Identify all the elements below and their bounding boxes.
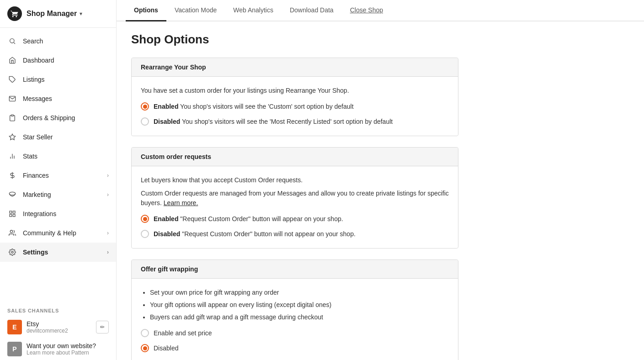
- svg-point-13: [10, 230, 12, 233]
- custom-disabled-option[interactable]: Disabled "Request Custom Order" button w…: [141, 229, 449, 239]
- bullet-2: Your gift options will appear on every l…: [150, 300, 449, 310]
- shop-manager-title: Shop Manager: [27, 10, 77, 18]
- gift-wrapping-header: Offer gift wrapping: [132, 260, 458, 279]
- star-icon: [7, 132, 17, 142]
- sidebar-item-star-seller-label: Star Seller: [23, 133, 109, 141]
- community-chevron-icon: ›: [107, 230, 109, 236]
- search-icon: [7, 36, 17, 46]
- svg-line-1: [14, 42, 15, 44]
- sidebar-item-star-seller[interactable]: Star Seller: [0, 127, 116, 147]
- shop-manager-header[interactable]: Shop Manager ▾: [0, 0, 116, 28]
- rearrange-enabled-option[interactable]: Enabled You shop's visitors will see the…: [141, 102, 449, 111]
- svg-rect-11: [13, 214, 15, 217]
- sidebar-item-settings-label: Settings: [23, 249, 107, 256]
- rearrange-enabled-label: Enabled You shop's visitors will see the…: [154, 102, 354, 111]
- gift-disabled-label: Disabled: [154, 344, 178, 353]
- custom-orders-body: Let buyers know that you accept Custom O…: [132, 166, 458, 248]
- sidebar-item-messages-label: Messages: [23, 95, 109, 102]
- custom-enabled-option[interactable]: Enabled "Request Custom Order" button wi…: [141, 214, 449, 224]
- sales-channels-title: SALES CHANNELS: [0, 302, 116, 316]
- grid-icon: [7, 209, 17, 219]
- tab-download-data[interactable]: Download Data: [282, 0, 342, 21]
- building-icon: [7, 170, 17, 180]
- custom-orders-desc2: Custom Order requests are managed from y…: [141, 189, 449, 208]
- sidebar-item-stats[interactable]: Stats: [0, 147, 116, 166]
- envelope-icon: [7, 94, 17, 104]
- tab-vacation-mode[interactable]: Vacation Mode: [166, 0, 225, 21]
- finances-chevron-icon: ›: [107, 172, 109, 179]
- tag-icon: [7, 74, 17, 85]
- etsy-badge: E: [7, 320, 22, 334]
- sidebar-item-finances[interactable]: Finances ›: [0, 166, 116, 185]
- sidebar-item-marketing[interactable]: Marketing ›: [0, 185, 116, 204]
- custom-orders-header: Custom order requests: [132, 148, 458, 166]
- marketing-chevron-icon: ›: [107, 191, 109, 198]
- sales-channel-pattern[interactable]: P Want your own website? Learn more abou…: [0, 338, 116, 360]
- bullet-1: Set your own price for gift wrapping any…: [150, 288, 449, 297]
- etsy-name: Etsy: [27, 320, 96, 328]
- sidebar-item-stats-label: Stats: [23, 153, 109, 160]
- svg-rect-9: [10, 211, 12, 213]
- pattern-sub: Learn more about Pattern: [27, 349, 109, 356]
- gift-enable-label: Enable and set price: [154, 328, 212, 338]
- svg-marker-4: [9, 134, 15, 140]
- gift-enable-radio[interactable]: [141, 329, 149, 337]
- sales-channels-section: SALES CHANNELS E Etsy devlitcommerce2 ✏ …: [0, 302, 116, 360]
- tab-close-shop[interactable]: Close Shop: [342, 0, 391, 21]
- page-body: Shop Options Rearrange Your Shop You hav…: [117, 21, 473, 360]
- sidebar-item-messages[interactable]: Messages: [0, 89, 116, 108]
- custom-enabled-radio[interactable]: [141, 215, 149, 223]
- svg-point-0: [10, 39, 14, 43]
- bar-chart-icon: [7, 151, 17, 161]
- custom-disabled-radio[interactable]: [141, 230, 149, 238]
- rearrange-enabled-radio[interactable]: [141, 102, 149, 111]
- tabs-bar: Options Vacation Mode Web Analytics Down…: [117, 0, 644, 21]
- rearrange-disabled-label: Disabled You shop's visitors will see th…: [154, 117, 393, 127]
- custom-disabled-label: Disabled "Request Custom Order" button w…: [154, 229, 356, 239]
- gear-icon: [7, 247, 17, 257]
- gift-enable-option[interactable]: Enable and set price: [141, 328, 449, 338]
- custom-orders-learn-more-link[interactable]: Learn more.: [164, 199, 198, 206]
- megaphone-icon: [7, 190, 17, 200]
- custom-orders-desc1: Let buyers know that you accept Custom O…: [141, 175, 449, 185]
- gift-disabled-radio[interactable]: [141, 344, 149, 352]
- shop-manager-icon: [7, 6, 22, 21]
- rearrange-header: Rearrange Your Shop: [132, 58, 458, 77]
- rearrange-desc: You have set a custom order for your lis…: [141, 86, 449, 95]
- svg-point-14: [11, 251, 13, 253]
- main-content: Options Vacation Mode Web Analytics Down…: [117, 0, 644, 360]
- tab-web-analytics[interactable]: Web Analytics: [225, 0, 282, 21]
- rearrange-disabled-option[interactable]: Disabled You shop's visitors will see th…: [141, 117, 449, 127]
- gift-wrapping-section: Offer gift wrapping Set your own price f…: [131, 259, 458, 360]
- custom-orders-section: Custom order requests Let buyers know th…: [131, 147, 458, 249]
- sidebar-item-integrations[interactable]: Integrations: [0, 204, 116, 223]
- sidebar-item-orders-label: Orders & Shipping: [23, 114, 109, 122]
- bullet-3: Buyers can add gift wrap and a gift mess…: [150, 312, 449, 322]
- sidebar-item-community[interactable]: Community & Help ›: [0, 223, 116, 243]
- sidebar-item-community-label: Community & Help: [23, 229, 107, 237]
- shop-manager-chevron: ▾: [80, 11, 82, 17]
- clipboard-icon: [7, 113, 17, 123]
- pattern-info: Want your own website? Learn more about …: [27, 342, 109, 356]
- sidebar-item-marketing-label: Marketing: [23, 191, 107, 198]
- rearrange-disabled-radio[interactable]: [141, 117, 149, 126]
- etsy-info: Etsy devlitcommerce2: [27, 320, 96, 334]
- svg-rect-3: [11, 115, 13, 116]
- etsy-sub: devlitcommerce2: [27, 328, 96, 334]
- sidebar-item-dashboard[interactable]: Dashboard: [0, 51, 116, 70]
- home-icon: [7, 55, 17, 65]
- etsy-edit-button[interactable]: ✏: [96, 321, 109, 334]
- rearrange-section: Rearrange Your Shop You have set a custo…: [131, 58, 458, 136]
- sidebar-item-orders[interactable]: Orders & Shipping: [0, 108, 116, 127]
- sidebar-item-finances-label: Finances: [23, 172, 107, 179]
- custom-enabled-label: Enabled "Request Custom Order" button wi…: [154, 214, 343, 224]
- rearrange-body: You have set a custom order for your lis…: [132, 77, 458, 136]
- sidebar-item-settings[interactable]: Settings ›: [0, 243, 116, 262]
- sidebar-item-search[interactable]: Search: [0, 32, 116, 51]
- gift-disabled-option[interactable]: Disabled: [141, 344, 449, 353]
- sidebar-item-listings[interactable]: Listings: [0, 70, 116, 89]
- gift-wrapping-bullets: Set your own price for gift wrapping any…: [150, 288, 449, 322]
- sidebar-item-listings-label: Listings: [23, 76, 109, 83]
- tab-options[interactable]: Options: [126, 0, 166, 21]
- sales-channel-etsy[interactable]: E Etsy devlitcommerce2 ✏: [0, 316, 116, 338]
